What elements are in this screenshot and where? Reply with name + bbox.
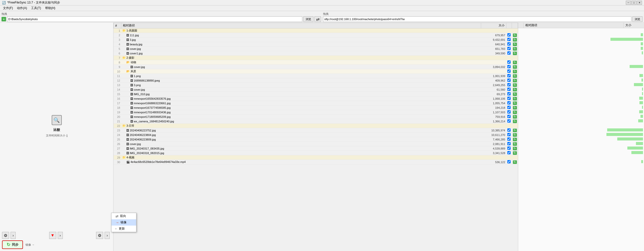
- file-name-cell[interactable]: 🖼IMG_20240317_083435.jpg: [121, 146, 481, 151]
- file-checkbox[interactable]: [507, 160, 511, 163]
- filter-button[interactable]: ▼: [49, 232, 56, 239]
- checkbox-cell[interactable]: [506, 65, 512, 69]
- checkbox-cell[interactable]: [506, 74, 512, 78]
- file-name-cell[interactable]: 🖼mmexport1655642833576.jpg: [121, 96, 481, 101]
- file-name-cell[interactable]: 🖼111.jpg: [121, 33, 481, 38]
- file-checkbox[interactable]: [507, 42, 511, 46]
- sync-arrow-icon[interactable]: [513, 65, 517, 69]
- menu-action[interactable]: 动作(A): [15, 6, 29, 11]
- left-path-input[interactable]: [7, 16, 302, 22]
- file-checkbox[interactable]: [507, 51, 511, 55]
- file-checkbox[interactable]: [507, 137, 511, 141]
- sync-arrow-icon[interactable]: [513, 79, 517, 82]
- sync-arrow-icon[interactable]: [513, 92, 517, 96]
- file-checkbox[interactable]: [507, 115, 511, 118]
- sync-arrow-cell[interactable]: [512, 101, 518, 105]
- sync-arrow-cell[interactable]: [512, 47, 518, 51]
- file-checkbox[interactable]: [507, 88, 511, 91]
- sync-arrow-cell[interactable]: [512, 124, 518, 128]
- sync-arrow-cell[interactable]: [512, 78, 518, 83]
- file-name-cell[interactable]: 📁3-日常: [121, 124, 481, 128]
- sync-arrow-cell[interactable]: [512, 105, 518, 110]
- sync-arrow-cell[interactable]: [512, 60, 518, 65]
- sync-arrow-cell[interactable]: [512, 69, 518, 74]
- file-checkbox[interactable]: [507, 69, 511, 73]
- file-checkbox[interactable]: [507, 47, 511, 50]
- file-name-cell[interactable]: 📂风景: [121, 69, 481, 74]
- sync-arrow-icon[interactable]: [513, 52, 517, 55]
- checkbox-cell[interactable]: [506, 87, 512, 92]
- menu-tools[interactable]: 工具(T): [29, 6, 43, 11]
- sync-arrow-icon[interactable]: [513, 61, 517, 64]
- file-checkbox[interactable]: [507, 38, 511, 41]
- swap-paths-button[interactable]: ⇄: [314, 16, 321, 22]
- file-name-cell[interactable]: 📁4-视频: [121, 155, 481, 160]
- file-checkbox[interactable]: [507, 97, 511, 100]
- sync-arrow-cell[interactable]: [512, 151, 518, 155]
- sync-arrow-cell[interactable]: [512, 28, 518, 33]
- menu-help[interactable]: 帮助(H): [43, 6, 57, 11]
- file-name-cell[interactable]: 📁1-高圆圆: [121, 28, 481, 33]
- file-checkbox[interactable]: [507, 60, 511, 64]
- file-checkbox[interactable]: [507, 92, 511, 95]
- checkbox-cell[interactable]: [506, 96, 512, 101]
- file-checkbox[interactable]: [507, 83, 511, 86]
- checkbox-cell[interactable]: [506, 47, 512, 51]
- file-checkbox[interactable]: [507, 142, 511, 145]
- file-name-cell[interactable]: 🖼3.png: [121, 83, 481, 87]
- sync-arrow-cell[interactable]: [512, 83, 518, 87]
- file-name-cell[interactable]: 🖼1.png: [121, 74, 481, 78]
- right-browse-button[interactable]: 浏览: [632, 16, 642, 22]
- checkbox-cell[interactable]: [506, 60, 512, 65]
- dropdown-item-bidirectional[interactable]: ⇄ 双向: [111, 213, 136, 219]
- file-name-cell[interactable]: 🖼mmexport1718059685209.jpg: [121, 115, 481, 119]
- file-name-cell[interactable]: 🖼IMG_20240318_082015.jpg: [121, 151, 481, 155]
- sync-arrow-cell[interactable]: [512, 96, 518, 101]
- sync-arrow-icon[interactable]: [513, 129, 517, 132]
- sync-arrow-cell[interactable]: [512, 65, 518, 69]
- checkbox-cell[interactable]: [506, 28, 512, 33]
- checkbox-cell[interactable]: [506, 115, 512, 119]
- checkbox-cell[interactable]: [506, 78, 512, 83]
- settings-gear-button[interactable]: ⚙: [2, 232, 9, 239]
- menu-file[interactable]: 文件(F): [1, 6, 15, 11]
- checkbox-cell[interactable]: [506, 51, 512, 56]
- file-name-cell[interactable]: 🖼20240406223809.jpg: [121, 137, 481, 142]
- sync-arrow-cell[interactable]: [512, 146, 518, 151]
- action-arrow-button[interactable]: ›: [105, 232, 110, 239]
- sync-arrow-icon[interactable]: [513, 33, 517, 37]
- checkbox-cell[interactable]: [506, 101, 512, 105]
- sync-arrow-icon[interactable]: [513, 160, 517, 164]
- file-checkbox[interactable]: [507, 65, 511, 68]
- file-name-cell[interactable]: 🖼1689686138890.jpeg: [121, 78, 481, 83]
- checkbox-cell[interactable]: [506, 38, 512, 42]
- checkbox-cell[interactable]: [506, 119, 512, 124]
- file-name-cell[interactable]: 🖼cover1.jpg: [121, 51, 481, 56]
- checkbox-cell[interactable]: [506, 155, 512, 160]
- sync-arrow-cell[interactable]: [512, 33, 518, 38]
- sync-arrow-icon[interactable]: [513, 147, 517, 150]
- sync-arrow-icon[interactable]: [513, 74, 517, 78]
- file-name-cell[interactable]: 📂动物: [121, 60, 481, 65]
- sync-arrow-icon[interactable]: [513, 115, 517, 119]
- file-name-cell[interactable]: 🖼wx_camera_1684813450240.jpg: [121, 119, 481, 124]
- sync-arrow-icon[interactable]: [513, 120, 517, 123]
- file-name-cell[interactable]: 🖼cover.jpg: [121, 47, 481, 51]
- sync-arrow-icon[interactable]: [513, 70, 517, 73]
- file-name-cell[interactable]: 🖼cover.jpg: [121, 142, 481, 146]
- file-name-cell[interactable]: 🖼cover.jpg: [121, 65, 481, 69]
- file-name-cell[interactable]: 🖼mmexport1673774596585.jpg: [121, 105, 481, 110]
- sync-arrow-icon[interactable]: [513, 151, 517, 155]
- file-checkbox[interactable]: [507, 133, 511, 136]
- file-checkbox[interactable]: [507, 128, 511, 132]
- checkbox-cell[interactable]: [506, 133, 512, 137]
- sync-arrow-cell[interactable]: [512, 38, 518, 42]
- sync-arrow-cell[interactable]: [512, 110, 518, 115]
- file-checkbox[interactable]: [507, 119, 511, 123]
- checkbox-cell[interactable]: [506, 105, 512, 110]
- file-checkbox[interactable]: [507, 110, 511, 114]
- sync-arrow-icon[interactable]: [513, 43, 517, 46]
- sync-arrow-cell[interactable]: [512, 160, 518, 164]
- sync-arrow-cell[interactable]: [512, 115, 518, 119]
- checkbox-cell[interactable]: [506, 142, 512, 146]
